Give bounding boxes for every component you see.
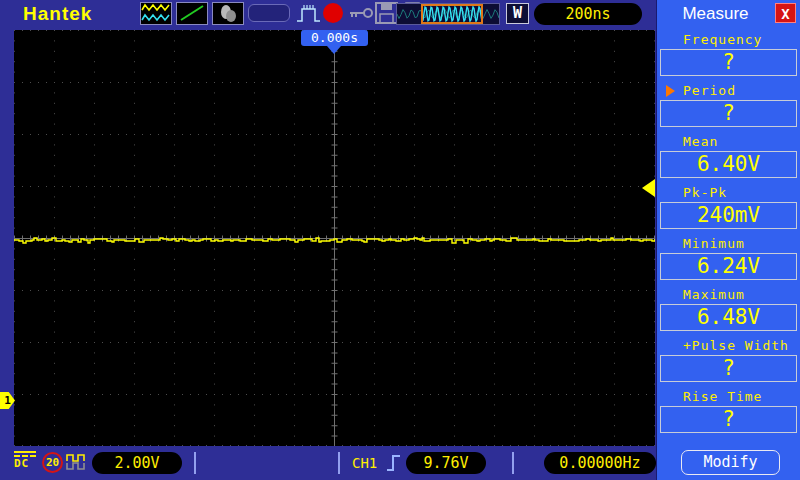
cursor-line-icon[interactable]	[176, 2, 208, 25]
channel1-ground-marker[interactable]: 1	[0, 392, 15, 409]
measure-item-pulse-width[interactable]: +Pulse Width	[657, 337, 800, 354]
measure-list: Frequency ? Period ? Mean 6.40V Pk-Pk 24…	[657, 31, 800, 439]
measure-value-frequency: ?	[660, 49, 797, 76]
dc-coupling-icon[interactable]: DC	[14, 450, 38, 469]
brand-logo: Hantek	[23, 3, 92, 25]
measure-value-pulse-width: ?	[660, 355, 797, 382]
cursor-line-glyph	[177, 3, 207, 24]
measure-value-mean: 6.40V	[660, 151, 797, 178]
peak-detect-icon[interactable]	[296, 2, 322, 25]
window-mode-button[interactable]: W	[506, 3, 529, 24]
measure-item-mean[interactable]: Mean	[657, 133, 800, 150]
probe-waveform-glyph	[66, 453, 90, 471]
measure-value-maximum: 6.48V	[660, 304, 797, 331]
record-icon[interactable]	[322, 2, 348, 25]
measure-item-minimum[interactable]: Minimum	[657, 235, 800, 252]
measure-value-rise-time: ?	[660, 406, 797, 433]
channel-waveforms-icon[interactable]	[140, 2, 172, 25]
trigger-level-readout[interactable]: 9.76V	[406, 452, 486, 474]
capture-field[interactable]	[248, 4, 290, 22]
statusbar-separator	[338, 452, 340, 474]
volts-per-div-readout[interactable]: 2.00V	[92, 452, 182, 474]
scope-display: 0.000s	[14, 30, 655, 446]
measure-item-maximum[interactable]: Maximum	[657, 286, 800, 303]
measure-panel: Measure X Frequency ? Period ? Mean 6.40…	[656, 0, 800, 480]
hand-glyph	[213, 3, 243, 24]
measure-value-period: ?	[660, 100, 797, 127]
measure-item-period[interactable]: Period	[657, 82, 800, 99]
measure-item-pkpk[interactable]: Pk-Pk	[657, 184, 800, 201]
rising-edge-icon	[385, 452, 403, 478]
status-bar: DC 20 2.00V CH1 9.76V 0.00000Hz	[0, 446, 656, 480]
time-offset-tag[interactable]: 0.000s	[301, 30, 368, 46]
dc-coupling-label: DC	[14, 458, 38, 469]
selection-arrow-icon	[666, 85, 675, 97]
statusbar-separator	[194, 452, 196, 474]
peak-detect-glyph	[296, 2, 322, 25]
trigger-source-label: CH1	[352, 455, 377, 471]
statusbar-separator	[512, 452, 514, 474]
measure-item-frequency[interactable]: Frequency	[657, 31, 800, 48]
measure-value-minimum: 6.24V	[660, 253, 797, 280]
lock-key-glyph	[348, 2, 374, 25]
lock-key-icon[interactable]	[348, 2, 374, 25]
measure-panel-title: Measure	[657, 4, 774, 24]
record-glyph	[322, 2, 346, 25]
top-toolbar: Hantek	[0, 0, 656, 28]
waveform-preview[interactable]	[396, 3, 500, 25]
modify-button[interactable]: Modify	[681, 450, 780, 475]
rising-edge-glyph	[385, 452, 403, 474]
channel-waveforms-glyph	[141, 3, 171, 24]
trigger-frequency-readout: 0.00000Hz	[544, 452, 656, 474]
timebase-readout[interactable]: 200ns	[534, 3, 642, 25]
measure-item-period-label: Period	[683, 83, 736, 98]
waveform-preview-glyph	[397, 4, 499, 24]
probe-waveform-icon	[66, 453, 90, 475]
close-icon[interactable]: X	[775, 3, 796, 23]
dc-solid-line	[14, 451, 36, 453]
measure-value-pkpk: 240mV	[660, 202, 797, 229]
trigger-level-marker[interactable]	[642, 179, 655, 197]
hand-icon[interactable]	[212, 2, 244, 25]
graticule-and-trace	[14, 30, 655, 446]
measure-item-rise-time[interactable]: Rise Time	[657, 388, 800, 405]
time-offset-pointer-icon	[327, 46, 341, 54]
bandwidth-limit-badge: 20	[42, 452, 63, 473]
